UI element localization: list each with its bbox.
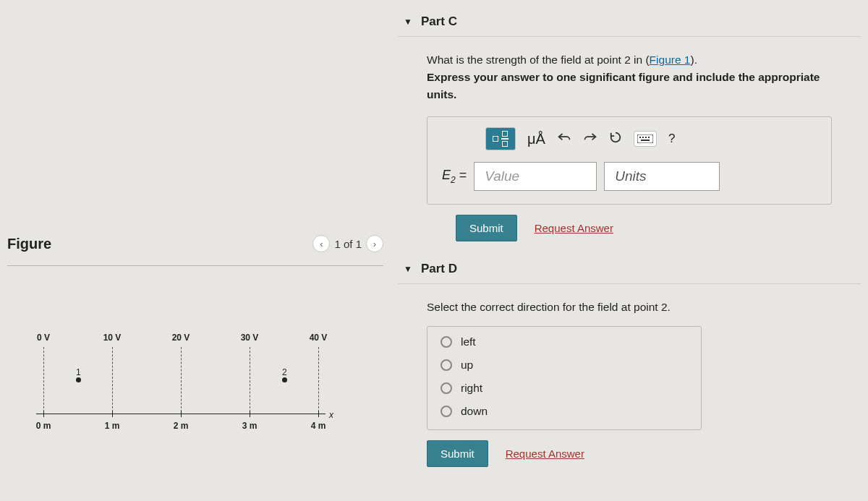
vline-label: 30 V bbox=[241, 333, 259, 343]
direction-options: left up right down bbox=[427, 326, 702, 430]
keyboard-button[interactable] bbox=[634, 131, 657, 147]
figure-next-button[interactable]: › bbox=[366, 235, 383, 252]
svg-rect-4 bbox=[648, 137, 650, 138]
option-down[interactable]: down bbox=[441, 405, 688, 418]
x-tick-label: 4 m bbox=[311, 421, 326, 431]
special-char-button[interactable]: μÅ bbox=[527, 131, 545, 147]
part-d-header[interactable]: ▼ Part D bbox=[398, 254, 861, 284]
part-d-prompt: Select the correct direction for the fie… bbox=[427, 299, 846, 316]
svg-rect-3 bbox=[645, 137, 647, 138]
part-d-title: Part D bbox=[421, 262, 457, 276]
point-2 bbox=[282, 377, 287, 382]
reset-button[interactable] bbox=[609, 131, 622, 147]
vline-label: 40 V bbox=[310, 333, 328, 343]
x-axis-name: x bbox=[329, 410, 333, 420]
svg-rect-0 bbox=[637, 134, 653, 143]
point-2-label: 2 bbox=[282, 367, 287, 377]
radio-icon bbox=[441, 359, 452, 371]
figure-counter: 1 of 1 bbox=[334, 238, 362, 250]
radio-icon bbox=[441, 382, 452, 394]
svg-rect-5 bbox=[641, 140, 650, 141]
x-tick-label: 3 m bbox=[242, 421, 258, 431]
option-label: left bbox=[461, 335, 476, 348]
request-answer-link-d[interactable]: Request Answer bbox=[506, 448, 584, 460]
part-c-prompt: What is the strength of the field at poi… bbox=[427, 51, 846, 69]
fraction-template-button[interactable] bbox=[485, 127, 516, 150]
undo-icon bbox=[557, 132, 571, 143]
keyboard-icon bbox=[637, 134, 653, 143]
redo-button[interactable] bbox=[583, 132, 597, 147]
equipotential-plot: 0 V 10 V 20 V 30 V 40 V 1 2 0 m 1 m 2 m … bbox=[36, 333, 340, 448]
x-tick-label: 2 m bbox=[174, 421, 189, 431]
vline-label: 20 V bbox=[172, 333, 190, 343]
help-button[interactable]: ? bbox=[668, 132, 675, 146]
svg-rect-2 bbox=[642, 137, 644, 138]
option-up[interactable]: up bbox=[441, 359, 688, 372]
figure-prev-button[interactable]: ‹ bbox=[312, 235, 330, 252]
part-c-instruction: Express your answer to one significant f… bbox=[427, 69, 846, 103]
svg-rect-1 bbox=[639, 137, 641, 138]
option-left[interactable]: left bbox=[441, 335, 688, 348]
answer-toolbar: μÅ ? bbox=[485, 127, 817, 150]
radio-icon bbox=[441, 406, 452, 417]
vline-label: 10 V bbox=[103, 333, 122, 343]
option-label: up bbox=[461, 359, 473, 372]
point-1-label: 1 bbox=[76, 367, 81, 377]
part-c-title: Part C bbox=[421, 14, 457, 29]
figure-1-link[interactable]: Figure 1 bbox=[650, 53, 691, 66]
caret-down-icon: ▼ bbox=[404, 17, 412, 27]
request-answer-link-c[interactable]: Request Answer bbox=[535, 222, 613, 234]
part-c-header[interactable]: ▼ Part C bbox=[398, 7, 861, 37]
option-right[interactable]: right bbox=[441, 382, 688, 395]
option-label: right bbox=[461, 382, 482, 395]
reset-icon bbox=[609, 131, 622, 144]
variable-label: E2 = bbox=[442, 168, 467, 185]
point-1 bbox=[76, 377, 81, 382]
redo-icon bbox=[583, 132, 597, 143]
radio-icon bbox=[441, 336, 452, 348]
submit-button-c[interactable]: Submit bbox=[456, 215, 517, 241]
answer-box-c: μÅ ? E2 = Value bbox=[427, 116, 832, 205]
submit-button-d[interactable]: Submit bbox=[427, 440, 488, 467]
x-tick-label: 0 m bbox=[36, 421, 51, 431]
figure-title: Figure bbox=[7, 236, 51, 252]
vline-label: 0 V bbox=[37, 333, 50, 343]
figure-nav: ‹ 1 of 1 › bbox=[312, 235, 383, 252]
option-label: down bbox=[461, 405, 488, 418]
value-input[interactable]: Value bbox=[474, 162, 597, 191]
undo-button[interactable] bbox=[557, 132, 571, 147]
x-tick-label: 1 m bbox=[105, 421, 120, 431]
units-input[interactable]: Units bbox=[604, 162, 720, 191]
caret-down-icon: ▼ bbox=[404, 264, 412, 274]
